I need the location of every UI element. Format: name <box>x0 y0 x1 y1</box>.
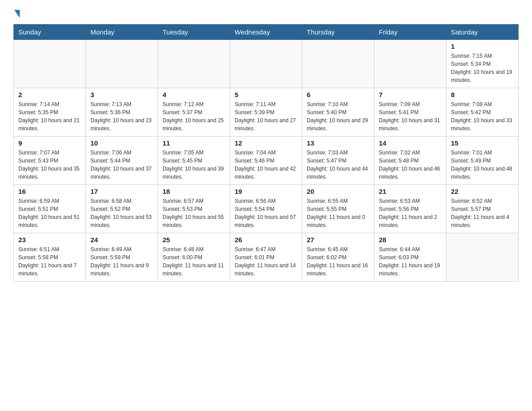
day-info: Sunrise: 6:49 AM Sunset: 5:59 PM Dayligh… <box>90 245 153 278</box>
day-number: 3 <box>90 91 153 98</box>
logo <box>13 9 21 17</box>
day-number: 4 <box>163 91 225 98</box>
calendar-week-row: 9Sunrise: 7:07 AM Sunset: 5:43 PM Daylig… <box>14 137 519 185</box>
day-number: 24 <box>90 236 153 244</box>
calendar-day-cell: 14Sunrise: 7:02 AM Sunset: 5:48 PM Dayli… <box>374 137 446 185</box>
day-info: Sunrise: 7:05 AM Sunset: 5:45 PM Dayligh… <box>163 149 225 181</box>
day-number: 16 <box>18 188 81 195</box>
calendar-day-cell: 9Sunrise: 7:07 AM Sunset: 5:43 PM Daylig… <box>14 137 86 185</box>
day-number: 8 <box>451 91 514 98</box>
calendar-day-cell: 6Sunrise: 7:10 AM Sunset: 5:40 PM Daylig… <box>302 88 374 137</box>
calendar-day-cell: 20Sunrise: 6:55 AM Sunset: 5:55 PM Dayli… <box>302 185 374 233</box>
calendar-day-cell: 10Sunrise: 7:06 AM Sunset: 5:44 PM Dayli… <box>86 137 158 185</box>
calendar-week-row: 16Sunrise: 6:59 AM Sunset: 5:51 PM Dayli… <box>14 185 519 233</box>
calendar-day-cell: 21Sunrise: 6:53 AM Sunset: 5:56 PM Dayli… <box>374 185 446 233</box>
day-info: Sunrise: 6:44 AM Sunset: 6:03 PM Dayligh… <box>379 245 442 278</box>
day-number: 2 <box>18 91 81 98</box>
day-info: Sunrise: 7:11 AM Sunset: 5:39 PM Dayligh… <box>235 100 297 133</box>
calendar-week-row: 2Sunrise: 7:14 AM Sunset: 5:35 PM Daylig… <box>14 88 519 137</box>
day-number: 1 <box>451 43 514 50</box>
day-info: Sunrise: 7:10 AM Sunset: 5:40 PM Dayligh… <box>307 100 369 133</box>
calendar-day-cell: 11Sunrise: 7:05 AM Sunset: 5:45 PM Dayli… <box>158 137 230 185</box>
day-number: 6 <box>307 91 369 98</box>
calendar-day-cell: 23Sunrise: 6:51 AM Sunset: 5:58 PM Dayli… <box>14 233 86 282</box>
day-number: 13 <box>307 139 369 147</box>
day-info: Sunrise: 7:08 AM Sunset: 5:42 PM Dayligh… <box>451 100 514 133</box>
calendar-day-cell: 4Sunrise: 7:12 AM Sunset: 5:37 PM Daylig… <box>158 88 230 137</box>
day-info: Sunrise: 7:14 AM Sunset: 5:35 PM Dayligh… <box>18 100 81 133</box>
calendar-day-cell: 18Sunrise: 6:57 AM Sunset: 5:53 PM Dayli… <box>158 185 230 233</box>
day-number: 12 <box>235 139 297 147</box>
calendar-day-cell <box>230 40 302 88</box>
day-number: 25 <box>163 236 225 244</box>
day-info: Sunrise: 7:01 AM Sunset: 5:49 PM Dayligh… <box>451 149 514 181</box>
calendar-day-cell: 26Sunrise: 6:47 AM Sunset: 6:01 PM Dayli… <box>230 233 302 282</box>
day-info: Sunrise: 6:58 AM Sunset: 5:52 PM Dayligh… <box>90 197 153 229</box>
calendar-day-cell: 24Sunrise: 6:49 AM Sunset: 5:59 PM Dayli… <box>86 233 158 282</box>
day-info: Sunrise: 6:55 AM Sunset: 5:55 PM Dayligh… <box>307 197 369 229</box>
day-of-week-header: Sunday <box>14 25 86 40</box>
calendar-day-cell: 25Sunrise: 6:48 AM Sunset: 6:00 PM Dayli… <box>158 233 230 282</box>
logo-arrow-icon <box>14 10 20 18</box>
calendar-day-cell <box>158 40 230 88</box>
day-number: 20 <box>307 188 369 195</box>
day-number: 27 <box>307 236 369 244</box>
day-number: 7 <box>379 91 442 98</box>
day-number: 9 <box>18 139 81 147</box>
calendar-header-row: SundayMondayTuesdayWednesdayThursdayFrid… <box>14 25 519 40</box>
day-info: Sunrise: 7:13 AM Sunset: 5:36 PM Dayligh… <box>90 100 153 133</box>
page-header <box>13 9 519 17</box>
day-of-week-header: Tuesday <box>158 25 230 40</box>
day-info: Sunrise: 6:51 AM Sunset: 5:58 PM Dayligh… <box>18 245 81 278</box>
day-info: Sunrise: 6:45 AM Sunset: 6:02 PM Dayligh… <box>307 245 369 278</box>
day-number: 14 <box>379 139 442 147</box>
day-info: Sunrise: 7:09 AM Sunset: 5:41 PM Dayligh… <box>379 100 442 133</box>
day-info: Sunrise: 6:53 AM Sunset: 5:56 PM Dayligh… <box>379 197 442 229</box>
calendar-day-cell: 7Sunrise: 7:09 AM Sunset: 5:41 PM Daylig… <box>374 88 446 137</box>
calendar-week-row: 1Sunrise: 7:15 AM Sunset: 5:34 PM Daylig… <box>14 40 519 88</box>
calendar-day-cell: 16Sunrise: 6:59 AM Sunset: 5:51 PM Dayli… <box>14 185 86 233</box>
day-number: 18 <box>163 188 225 195</box>
day-number: 21 <box>379 188 442 195</box>
day-number: 26 <box>235 236 297 244</box>
calendar-day-cell: 2Sunrise: 7:14 AM Sunset: 5:35 PM Daylig… <box>14 88 86 137</box>
calendar-table: SundayMondayTuesdayWednesdayThursdayFrid… <box>13 24 519 282</box>
day-number: 28 <box>379 236 442 244</box>
day-number: 22 <box>451 188 514 195</box>
day-info: Sunrise: 6:52 AM Sunset: 5:57 PM Dayligh… <box>451 197 514 229</box>
calendar-day-cell: 28Sunrise: 6:44 AM Sunset: 6:03 PM Dayli… <box>374 233 446 282</box>
calendar-day-cell: 13Sunrise: 7:03 AM Sunset: 5:47 PM Dayli… <box>302 137 374 185</box>
calendar-day-cell <box>302 40 374 88</box>
day-info: Sunrise: 7:12 AM Sunset: 5:37 PM Dayligh… <box>163 100 225 133</box>
day-number: 17 <box>90 188 153 195</box>
calendar-week-row: 23Sunrise: 6:51 AM Sunset: 5:58 PM Dayli… <box>14 233 519 282</box>
day-info: Sunrise: 6:57 AM Sunset: 5:53 PM Dayligh… <box>163 197 225 229</box>
day-number: 15 <box>451 139 514 147</box>
calendar-day-cell: 22Sunrise: 6:52 AM Sunset: 5:57 PM Dayli… <box>446 185 519 233</box>
day-info: Sunrise: 6:56 AM Sunset: 5:54 PM Dayligh… <box>235 197 297 229</box>
calendar-day-cell: 8Sunrise: 7:08 AM Sunset: 5:42 PM Daylig… <box>446 88 519 137</box>
day-number: 23 <box>18 236 81 244</box>
calendar-day-cell <box>14 40 86 88</box>
day-of-week-header: Saturday <box>446 25 519 40</box>
day-number: 19 <box>235 188 297 195</box>
day-info: Sunrise: 7:04 AM Sunset: 5:46 PM Dayligh… <box>235 149 297 181</box>
calendar-day-cell: 27Sunrise: 6:45 AM Sunset: 6:02 PM Dayli… <box>302 233 374 282</box>
calendar-day-cell: 17Sunrise: 6:58 AM Sunset: 5:52 PM Dayli… <box>86 185 158 233</box>
calendar-day-cell <box>374 40 446 88</box>
calendar-day-cell: 3Sunrise: 7:13 AM Sunset: 5:36 PM Daylig… <box>86 88 158 137</box>
calendar-day-cell <box>446 233 519 282</box>
day-info: Sunrise: 7:06 AM Sunset: 5:44 PM Dayligh… <box>90 149 153 181</box>
day-number: 5 <box>235 91 297 98</box>
day-info: Sunrise: 7:02 AM Sunset: 5:48 PM Dayligh… <box>379 149 442 181</box>
day-info: Sunrise: 7:15 AM Sunset: 5:34 PM Dayligh… <box>451 52 514 84</box>
day-info: Sunrise: 7:07 AM Sunset: 5:43 PM Dayligh… <box>18 149 81 181</box>
day-info: Sunrise: 6:59 AM Sunset: 5:51 PM Dayligh… <box>18 197 81 229</box>
calendar-day-cell: 15Sunrise: 7:01 AM Sunset: 5:49 PM Dayli… <box>446 137 519 185</box>
day-number: 11 <box>163 139 225 147</box>
day-info: Sunrise: 6:48 AM Sunset: 6:00 PM Dayligh… <box>163 245 225 278</box>
day-of-week-header: Wednesday <box>230 25 302 40</box>
day-info: Sunrise: 7:03 AM Sunset: 5:47 PM Dayligh… <box>307 149 369 181</box>
calendar-day-cell <box>86 40 158 88</box>
calendar-day-cell: 19Sunrise: 6:56 AM Sunset: 5:54 PM Dayli… <box>230 185 302 233</box>
